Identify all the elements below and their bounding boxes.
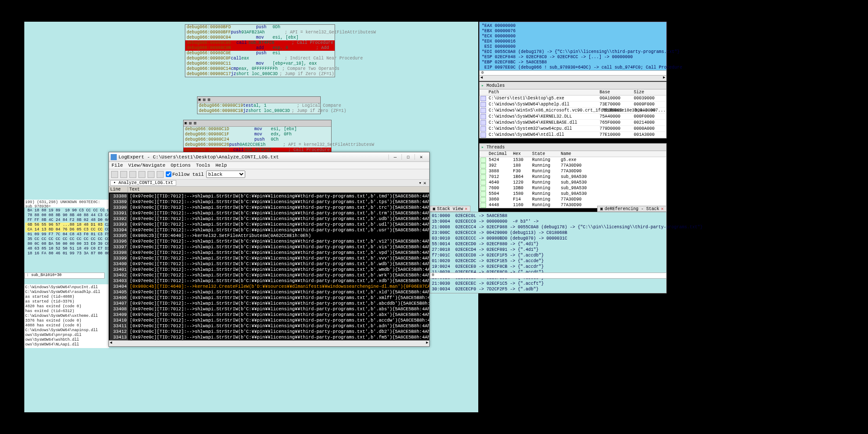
hex-row[interactable]: 78 88 00 08 8B 90 8B 40 88 44 C3 C4 80	[25, 213, 104, 218]
disasm-row[interactable]: debug066:00980C24push0Ch	[184, 137, 331, 142]
register-row[interactable]: *ECX 00000000	[482, 34, 664, 39]
log-row[interactable]: 33399[0x97ee0c][TID:7012]:-->shlwapi.Str…	[110, 256, 429, 261]
log-row[interactable]: 33394[0x97ee0c][TID:7012]:-->shlwapi.Str…	[110, 227, 429, 233]
disasm-row[interactable]: debug066:00980C11mov[ebp+var_10], eax	[185, 61, 335, 66]
col-base[interactable]: Base	[598, 90, 632, 95]
logexpert-titlebar[interactable]: LogExpert - C:\Users\test1\Desktop\Analy…	[109, 152, 429, 162]
minimize-button[interactable]: —	[388, 155, 401, 160]
module-row[interactable]: C:\Windows\System32\wow64cpu.dll779D0000…	[480, 126, 666, 132]
reg-h-scrollbar[interactable]	[479, 75, 667, 81]
log-row[interactable]: 33403[0x97ee0c][TID:7012]:-->shlwapi.Str…	[110, 278, 429, 284]
disasm-row[interactable]: debug066:00980BFDpush0Dh	[185, 25, 335, 30]
log-row[interactable]: 33404[0x980c4b][TID:4640]:-->kernel32.Cr…	[110, 284, 429, 289]
register-row[interactable]: EIP 0097EE0C (debug066 ! sub_978930+64DC…	[482, 65, 664, 70]
log-row[interactable]: 33392[0x97ee0c][TID:7012]:-->shlwapi.Str…	[110, 216, 429, 222]
tab-scroll-down-icon[interactable]: ▾	[419, 180, 422, 186]
log-row[interactable]: 33396[0x97ee0c][TID:7012]:-->shlwapi.Str…	[110, 239, 429, 244]
disasm-row[interactable]: debug066:00980C0Fcalleax; Indirect Call …	[185, 56, 335, 61]
hex-row[interactable]: 6B 56 55 96 57 ...88 18 48 D1 03 C2 99	[25, 223, 104, 227]
stack-row[interactable]: 01:0020 02ECECDC -> 02ECF1E5 -> {".accde…	[432, 258, 664, 264]
stack-row[interactable]: f7:001C 02ECECD8 -> 02ECF1F5 -> {".accdb…	[432, 253, 664, 258]
disasm-row[interactable]: debug066:00980C1Dmovesi, [ebx]	[184, 127, 331, 132]
toolbar-btn-1[interactable]	[111, 171, 118, 178]
col-text[interactable]: Text	[128, 187, 429, 192]
hex-row[interactable]: 80 0C 08 BA 50 00 00 00 33 E0 39 C6 24	[25, 242, 104, 247]
thread-row[interactable]: 55041580Runningsub_98A530	[480, 191, 666, 197]
module-row[interactable]: C:\Windows\SysWOW64\KERNEL32.DLL75A40000…	[480, 114, 666, 120]
disasm-row[interactable]: debug066:00980C19testal, 1; Logical Comp…	[197, 103, 320, 108]
disasm-row[interactable]: debug066:00980C14cmpeax, 0FFFFFFFFh; Com…	[185, 66, 335, 72]
stack-row[interactable]: 03:0010 02ECECCC -> 00980BD0 (debug070) …	[432, 236, 664, 241]
thread-row[interactable]: 46401220Runningsub_98A530	[480, 180, 666, 185]
toolbar-btn-2[interactable]	[120, 171, 127, 178]
stack-row[interactable]: 27:0018 02ECECD4 -> 02ECF891 -> {".4d1"}	[432, 247, 664, 253]
hex-dump[interactable]: BA 18 88 19 89 10 90 C3 CC CC CC CC CC 7…	[24, 207, 105, 257]
hex-row[interactable]: 01 09 99 F7 7C 04 C8 43 F0 81 C3 F5 FF	[25, 232, 104, 237]
disasm-row[interactable]: debug066:00980C0Baddesp, 8; Add	[185, 46, 335, 51]
stack-row[interactable]: 30:0034 02ECECF0 -> 7D2CF2F5 -> {".adb"}	[432, 286, 664, 292]
hex-row[interactable]: CA 14 13 8D 04 76 D6 05 C3 CC CC CC CC	[25, 227, 104, 232]
col-size[interactable]: Size	[632, 90, 666, 95]
col-decimal[interactable]: Decimal	[487, 151, 511, 156]
log-row[interactable]: 33413[0x97ee0c][TID:7012]:-->shlwapi.Str…	[110, 335, 429, 340]
register-row[interactable]: *ESP 02ECF848 -> 02ECF8C0 -> 02ECF8CC ->…	[482, 55, 664, 60]
log-row[interactable]: 33398[0x97ee0c][TID:7012]:-->shlwapi.Str…	[110, 250, 429, 256]
col-state[interactable]: State	[530, 151, 559, 156]
hex-row[interactable]: FF FF 8B 4C 24 84 F2 8B 02 48 D0 0A EC	[25, 218, 104, 223]
log-row[interactable]: 33401[0x97ee0c][TID:7012]:-->shlwapi.Str…	[110, 267, 429, 273]
disasm-row[interactable]: debug066:00980C17jzshort loc_980C3D; Jum…	[185, 72, 335, 77]
modules-title[interactable]: Modules	[480, 82, 666, 89]
log-row[interactable]: 33388[0x97ee0c][TID:7012]:-->shlwapi.Str…	[110, 194, 429, 199]
register-row[interactable]: *EDX 00000016	[482, 39, 664, 44]
stack-row[interactable]: 23:000C 02ECECC8 -> 00429000 (debug113) …	[432, 230, 664, 236]
menu-options[interactable]: Options	[171, 163, 191, 168]
hex-row[interactable]: BA 18 88 19 89 10 90 C3 CC CC CC CC CC	[25, 208, 104, 213]
register-row[interactable]: *EBX 00000076	[482, 29, 664, 34]
hex-row[interactable]: 48 63 85 10 52 50 51 18 49 C0 E7 D1 53	[25, 247, 104, 251]
col-path[interactable]: Path	[487, 90, 598, 95]
close-icon[interactable]: ✕	[465, 206, 467, 211]
disasm-row[interactable]: debug066:00980C1Fmovedx, 0Fh	[184, 132, 331, 137]
close-icon[interactable]: ✕	[661, 206, 664, 211]
toolbar-btn-5[interactable]	[148, 171, 155, 178]
log-h-scrollbar[interactable]	[109, 340, 429, 346]
menu-help[interactable]: Help	[215, 163, 227, 168]
disasm-row[interactable]: debug066:00980C1Bjzshort loc_980C3D; Jum…	[197, 108, 320, 114]
output-log[interactable]: C:\Windows\SysWOW64\npucInt.dllC:\Window…	[24, 284, 109, 348]
module-row[interactable]: C:\Windows\SysWOW64\ntdll.dll77E10000001…	[480, 132, 666, 138]
log-row[interactable]: 33410[0x97ee0c][TID:7012]:-->shlwapi.Str…	[110, 318, 429, 323]
stack-row[interactable]: 21:0008 02ECECC4 -> 02ECF988 -> 0055C0A8…	[432, 224, 664, 230]
disasm-block-1[interactable]: debug066:00980BFDpush0Dhdebug066:00980BF…	[185, 24, 335, 77]
menu-file[interactable]: File	[112, 163, 123, 168]
register-row[interactable]: *EDI 0055C0A8 (debug178) -> {"C:\\pin\\l…	[482, 49, 664, 55]
file-tab[interactable]: • Analyze_CONTI_LOG.txt	[110, 180, 176, 186]
module-row[interactable]: C:\Windows\SysWOW64\KERNELBASE.dll765F00…	[480, 120, 666, 126]
thread-row[interactable]: 3860F14Running77A30D90	[480, 197, 666, 202]
log-row[interactable]: 33391[0x97ee0c][TID:7012]:-->shlwapi.Str…	[110, 210, 429, 216]
log-row[interactable]: 33389[0x97ee0c][TID:7012]:-->shlwapi.Str…	[110, 199, 429, 205]
module-row[interactable]: C:\Windows\SysWOW64\apphelp.dll73E700000…	[480, 102, 666, 108]
stack-row[interactable]: 01:0000 02ECEC0L -> 5A8CE5B8	[432, 213, 664, 219]
log-row[interactable]: 33390[0x97ee0c][TID:7012]:-->shlwapi.Str…	[110, 205, 429, 210]
disasm-row[interactable]: debug066:00980C26push0A62CC8E1h; API = k…	[184, 142, 331, 148]
encoding-select[interactable]: black	[206, 171, 245, 178]
log-row[interactable]: 33411[0x97ee0c][TID:7012]:-->shlwapi.Str…	[110, 323, 429, 329]
menu-viewnavigate[interactable]: View/Navigate	[128, 163, 165, 168]
log-row[interactable]: 33406[0x97ee0c][TID:7012]:-->shlwapi.Str…	[110, 295, 429, 301]
threads-title[interactable]: Threads	[480, 144, 666, 151]
disasm-row[interactable]: debug066:00980C06callsub_974FC0; Call Pr…	[185, 40, 335, 46]
disasm-row[interactable]: debug066:00980C0Epushesi	[185, 51, 335, 56]
stack-row[interactable]: 19:0024 02ECECE0 -> 02ECF8CB -> {".accdr…	[432, 264, 664, 270]
disasm-row[interactable]: debug066:00980BFFpush93AFB23Ah; API = ke…	[185, 30, 335, 35]
follow-tail-checkbox[interactable]: Follow tail	[166, 171, 204, 177]
log-row[interactable]: 33407[0x97ee0c][TID:7012]:-->shlwapi.Str…	[110, 301, 429, 306]
tab-stack-view[interactable]: ▣ Stack view ✕	[430, 206, 470, 212]
disasm-row[interactable]: debug066:00980C04movesi, [ebx]	[185, 35, 335, 40]
thread-row[interactable]: 392188Running77A30D90	[480, 163, 666, 168]
stack-panel[interactable]: 01:0000 02ECEC0L -> 5A8CE5B81b:0004 02EC…	[430, 212, 667, 293]
module-row[interactable]: C:\Users\test1\Desktop\g5.exe00A10000000…	[480, 95, 666, 102]
close-button[interactable]: ✕	[414, 154, 427, 160]
registers-panel[interactable]: *EAX 00000000*EBX 00000076*ECX 00000000*…	[479, 22, 667, 77]
hex-row[interactable]: 18 16 FA 80 46 01 99 73 3A 87 00 00 C0	[25, 251, 104, 256]
register-row[interactable]: *EAX 00000000	[482, 23, 664, 29]
